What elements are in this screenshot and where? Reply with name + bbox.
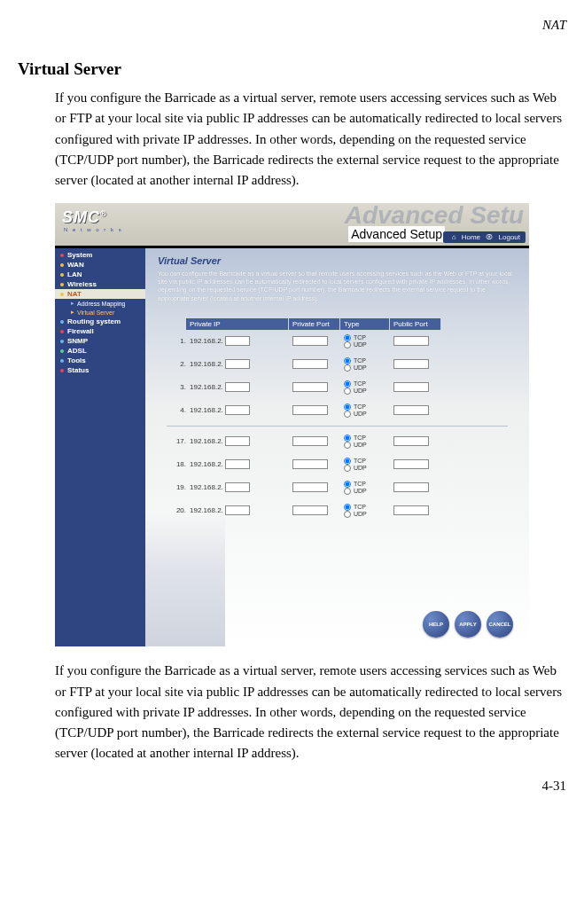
- sidebar-subitem-virtual-server[interactable]: ▸Virtual Server: [55, 308, 145, 317]
- help-button[interactable]: HELP: [423, 611, 449, 638]
- type-cell: TCPUDP: [344, 481, 393, 495]
- public-port-input[interactable]: [393, 505, 429, 515]
- row-number: 3.: [167, 383, 190, 391]
- tcp-radio[interactable]: TCP: [344, 435, 393, 442]
- bullet-icon: [60, 273, 64, 277]
- ip-prefix: 192.168.2.: [190, 506, 223, 514]
- private-port-input[interactable]: [292, 505, 328, 515]
- private-port-input[interactable]: [292, 459, 328, 469]
- public-port-input[interactable]: [393, 482, 429, 492]
- content-title: Virtual Server: [158, 255, 517, 266]
- sidebar-item-status[interactable]: Status: [55, 365, 145, 375]
- sidebar-item-tools[interactable]: Tools: [55, 356, 145, 365]
- bullet-icon: [60, 320, 64, 324]
- public-port-input[interactable]: [393, 336, 429, 346]
- type-cell: TCPUDP: [344, 435, 393, 449]
- apply-button[interactable]: APPLY: [455, 611, 481, 638]
- private-port-input[interactable]: [292, 405, 328, 415]
- sidebar-subitem-address-mapping[interactable]: ▸Address Mapping: [55, 299, 145, 308]
- tcp-radio[interactable]: TCP: [344, 403, 393, 411]
- router-screenshot: SMC® N e t w o r k s Advanced Setu Advan…: [55, 203, 529, 646]
- table-row: 3.192.168.2.TCPUDP: [167, 376, 517, 399]
- private-port-input[interactable]: [292, 382, 328, 392]
- udp-radio[interactable]: UDP: [344, 388, 393, 395]
- row-number: 2.: [167, 360, 190, 368]
- col-type: Type: [340, 318, 390, 330]
- sidebar-item-label: Wireless: [67, 280, 97, 288]
- private-port-input[interactable]: [292, 482, 328, 492]
- udp-radio[interactable]: UDP: [344, 411, 393, 418]
- sidebar-item-label: ADSL: [67, 347, 87, 355]
- private-ip-input[interactable]: [225, 482, 250, 492]
- sidebar-item-firewall[interactable]: Firewall: [55, 326, 145, 336]
- sidebar-item-label: SNMP: [67, 337, 88, 345]
- sidebar-item-label: NAT: [67, 290, 82, 298]
- udp-radio[interactable]: UDP: [344, 442, 393, 449]
- private-port-input[interactable]: [292, 359, 328, 369]
- col-private-ip: Private IP: [186, 318, 289, 330]
- udp-radio[interactable]: UDP: [344, 364, 393, 372]
- private-port-input[interactable]: [292, 436, 328, 446]
- smc-networks-label: N e t w o r k s: [64, 227, 123, 232]
- tcp-radio[interactable]: TCP: [344, 481, 393, 488]
- sidebar-item-wan[interactable]: WAN: [55, 260, 145, 270]
- udp-radio[interactable]: UDP: [344, 511, 393, 518]
- tcp-radio[interactable]: TCP: [344, 357, 393, 364]
- private-ip-input[interactable]: [225, 382, 250, 392]
- ip-prefix: 192.168.2.: [190, 460, 223, 468]
- type-cell: TCPUDP: [344, 334, 393, 348]
- decorative-figure: [145, 513, 225, 646]
- udp-radio[interactable]: UDP: [344, 465, 393, 472]
- sidebar-item-system[interactable]: System: [55, 250, 145, 260]
- bullet-icon: [60, 330, 64, 333]
- virtual-server-table: Private IP Private Port Type Public Port…: [167, 318, 517, 422]
- ip-prefix: 192.168.2.: [190, 406, 223, 414]
- cancel-button[interactable]: CANCEL: [487, 611, 513, 638]
- row-number: 17.: [167, 437, 190, 445]
- private-ip-input[interactable]: [225, 505, 250, 515]
- public-port-input[interactable]: [393, 459, 429, 469]
- smc-logo: SMC®: [62, 208, 107, 227]
- udp-radio[interactable]: UDP: [344, 488, 393, 495]
- public-port-input[interactable]: [393, 405, 429, 415]
- logout-link[interactable]: ⦿ Logout: [486, 233, 520, 241]
- type-cell: TCPUDP: [344, 458, 393, 472]
- ip-prefix: 192.168.2.: [190, 337, 223, 345]
- private-ip-input[interactable]: [225, 359, 250, 369]
- sidebar-item-wireless[interactable]: Wireless: [55, 279, 145, 289]
- sidebar-item-label: LAN: [67, 270, 82, 278]
- type-cell: TCPUDP: [344, 403, 393, 418]
- home-link[interactable]: ⌂ Home: [452, 233, 480, 241]
- sidebar: SystemWANLANWirelessNAT▸Address Mapping▸…: [55, 248, 145, 646]
- action-buttons: HELP APPLY CANCEL: [423, 611, 513, 638]
- public-port-input[interactable]: [393, 382, 429, 392]
- public-port-input[interactable]: [393, 359, 429, 369]
- private-ip-input[interactable]: [225, 405, 250, 415]
- sidebar-item-label: Routing system: [67, 317, 121, 325]
- tcp-radio[interactable]: TCP: [344, 504, 393, 511]
- udp-radio[interactable]: UDP: [344, 341, 393, 348]
- top-bar: ⌂ Home ⦿ Logout: [443, 231, 526, 243]
- private-ip-input[interactable]: [225, 436, 250, 446]
- page-header: NAT: [18, 18, 566, 33]
- section-title: Virtual Server: [18, 59, 566, 79]
- bullet-icon: [60, 254, 64, 257]
- sidebar-item-routing-system[interactable]: Routing system: [55, 317, 145, 326]
- table-row: 4.192.168.2.TCPUDP: [167, 399, 517, 422]
- public-port-input[interactable]: [393, 436, 429, 446]
- col-private-port: Private Port: [289, 318, 340, 330]
- sidebar-item-lan[interactable]: LAN: [55, 270, 145, 279]
- private-ip-input[interactable]: [225, 459, 250, 469]
- private-port-input[interactable]: [292, 336, 328, 346]
- tcp-radio[interactable]: TCP: [344, 458, 393, 465]
- ip-prefix: 192.168.2.: [190, 360, 223, 368]
- content-pane: Virtual Server You can configure the Bar…: [145, 248, 529, 646]
- tcp-radio[interactable]: TCP: [344, 380, 393, 388]
- sidebar-item-nat[interactable]: NAT: [55, 289, 145, 299]
- table-row: 2.192.168.2.TCPUDP: [167, 353, 517, 376]
- tcp-radio[interactable]: TCP: [344, 334, 393, 341]
- table-row: 19.192.168.2.TCPUDP: [167, 476, 517, 499]
- private-ip-input[interactable]: [225, 336, 250, 346]
- sidebar-item-adsl[interactable]: ADSL: [55, 346, 145, 356]
- sidebar-item-snmp[interactable]: SNMP: [55, 336, 145, 346]
